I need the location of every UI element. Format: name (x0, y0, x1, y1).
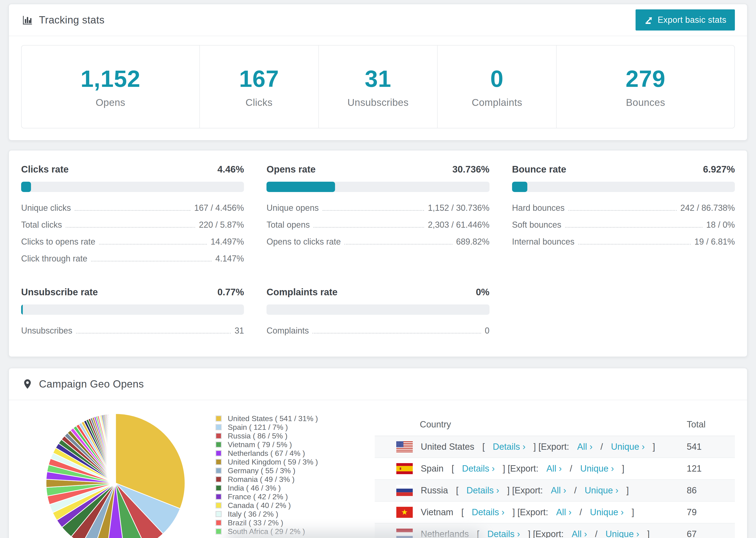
map-pin-icon (22, 379, 33, 389)
geo-export-unique-link[interactable]: Unique › (606, 529, 639, 538)
legend-label: Canada ( 40 / 2% ) (228, 501, 291, 510)
rates-card: Clicks rate4.46%Unique clicks167 / 4.456… (9, 150, 747, 357)
geo-country-inner: Spain [Details ›] [Export: All › / Uniqu… (375, 463, 687, 474)
geo-table-row: Spain [Details ›] [Export: All › / Uniqu… (375, 458, 735, 480)
rate-row-label: Complaints (266, 326, 309, 336)
rate-row-value: 220 / 5.87% (199, 220, 244, 230)
legend-item: Italy ( 36 / 2% ) (216, 510, 318, 518)
rate-progress-fill (266, 182, 335, 192)
dotted-leader (313, 227, 424, 228)
rate-value: 0.77% (217, 287, 244, 297)
legend-item: Russia ( 86 / 5% ) (216, 432, 318, 440)
rate-value: 30.736% (453, 164, 490, 175)
geo-export-all-link[interactable]: All › (577, 442, 592, 452)
legend-color-swatch (216, 528, 222, 534)
geo-table-wrap: Country Total United States [Details ›] … (375, 414, 735, 538)
rate-block: Unsubscribe rate0.77%Unsubscribes31 (21, 287, 244, 339)
rate-rows: Unique clicks167 / 4.456%Total clicks220… (21, 199, 244, 267)
rate-progress-bar (21, 304, 244, 315)
geo-details-link[interactable]: Details › (472, 507, 504, 517)
geo-body: United States ( 541 / 31% )Spain ( 121 /… (9, 400, 747, 538)
rate-row: Complaints0 (266, 322, 489, 339)
rate-row: Total clicks220 / 5.87% (21, 216, 244, 233)
summary-stat-value: 31 (319, 65, 437, 92)
geo-export-all-link[interactable]: All › (551, 485, 566, 496)
rate-header: Unsubscribe rate0.77% (21, 287, 244, 297)
legend-label: Germany ( 55 / 3% ) (228, 466, 296, 475)
export-basic-stats-button[interactable]: Export basic stats (635, 9, 735, 30)
rate-row-value: 18 / 0% (706, 220, 735, 230)
legend-label: Russia ( 86 / 5% ) (228, 432, 287, 440)
legend-item: Romania ( 49 / 3% ) (216, 476, 318, 483)
geo-country-cell: Vietnam [Details ›] [Export: All › / Uni… (375, 501, 687, 523)
legend-item: India ( 46 / 3% ) (216, 484, 318, 492)
rate-row: Total opens2,303 / 61.446% (266, 216, 489, 233)
legend-color-swatch (216, 433, 222, 439)
rate-row: Soft bounces18 / 0% (512, 216, 735, 233)
legend-item: Germany ( 55 / 3% ) (216, 467, 318, 474)
rate-row-value: 4.147% (215, 254, 244, 264)
rate-row-value: 689.82% (456, 237, 490, 247)
geo-table-row: Russia [Details ›] [Export: All › / Uniq… (375, 480, 735, 501)
geo-table-row: Vietnam [Details ›] [Export: All › / Uni… (375, 501, 735, 523)
summary-stat-box: 0Complaints (438, 45, 557, 128)
summary-stat-value: 167 (200, 65, 318, 92)
geo-details-link[interactable]: Details › (493, 442, 525, 452)
geo-total-cell: 121 (687, 458, 735, 480)
legend-item: United Kingdom ( 59 / 3% ) (216, 458, 318, 466)
geo-pie-chart (40, 408, 190, 538)
rate-progress-bar (266, 304, 489, 315)
geo-export-all-link[interactable]: All › (546, 463, 562, 474)
rate-row: Internal bounces19 / 6.81% (512, 233, 735, 250)
rate-block: Opens rate30.736%Unique opens1,152 / 30.… (266, 164, 489, 267)
geo-country-inner: United States [Details ›] [Export: All ›… (375, 441, 687, 452)
rate-block: Clicks rate4.46%Unique clicks167 / 4.456… (21, 164, 244, 267)
geo-export-unique-link[interactable]: Unique › (580, 463, 614, 474)
legend-label: Italy ( 36 / 2% ) (228, 510, 278, 518)
rate-rows: Hard bounces242 / 86.738%Soft bounces18 … (512, 199, 735, 250)
legend-color-swatch (216, 476, 222, 482)
legend-color-swatch (216, 424, 222, 430)
dotted-leader (568, 210, 676, 211)
geo-export-unique-link[interactable]: Unique › (585, 485, 619, 496)
rate-value: 0% (476, 287, 490, 297)
rate-value: 4.46% (217, 164, 244, 175)
rate-row-label: Clicks to opens rate (21, 237, 95, 247)
legend-label: Spain ( 121 / 7% ) (228, 423, 288, 432)
dotted-leader (75, 210, 190, 211)
legend-color-swatch (216, 415, 222, 422)
geo-export-all-link[interactable]: All › (572, 529, 587, 538)
rate-row-label: Total clicks (21, 220, 62, 230)
rate-title: Clicks rate (21, 164, 69, 175)
rate-header: Opens rate30.736% (266, 164, 489, 175)
geo-details-link[interactable]: Details › (462, 463, 495, 474)
rate-progress-bar (21, 182, 244, 192)
rate-row-label: Click through rate (21, 254, 87, 264)
rate-title: Complaints rate (266, 287, 337, 297)
flag-icon-vn (396, 507, 413, 518)
rate-progress-fill (21, 182, 31, 192)
legend-label: Brazil ( 33 / 2% ) (228, 518, 283, 527)
legend-label: France ( 42 / 2% ) (228, 493, 288, 501)
geo-export-unique-link[interactable]: Unique › (590, 507, 624, 517)
geo-details-link[interactable]: Details › (466, 485, 499, 496)
geo-country-name: United States (421, 442, 474, 452)
legend-item: France ( 42 / 2% ) (216, 493, 318, 501)
rate-row: Opens to clicks rate689.82% (266, 233, 489, 250)
legend-label: Romania ( 49 / 3% ) (228, 475, 295, 484)
geo-header: Campaign Geo Opens (9, 368, 747, 400)
legend-color-swatch (216, 442, 222, 448)
geo-title: Campaign Geo Opens (39, 378, 144, 390)
rate-row-value: 2,303 / 61.446% (428, 220, 489, 230)
summary-stat-label: Unsubscribes (319, 97, 437, 108)
rate-header: Complaints rate0% (266, 287, 489, 297)
geo-details-link[interactable]: Details › (487, 529, 520, 538)
geo-export-all-link[interactable]: All › (556, 507, 571, 517)
rate-header: Bounce rate6.927% (512, 164, 735, 175)
geo-export-unique-link[interactable]: Unique › (611, 442, 645, 452)
geo-total-cell: 79 (687, 501, 735, 523)
rate-row: Hard bounces242 / 86.738% (512, 199, 735, 216)
flag-icon-us (396, 441, 413, 452)
legend-color-swatch (216, 459, 222, 465)
summary-stat-label: Clicks (200, 97, 318, 108)
